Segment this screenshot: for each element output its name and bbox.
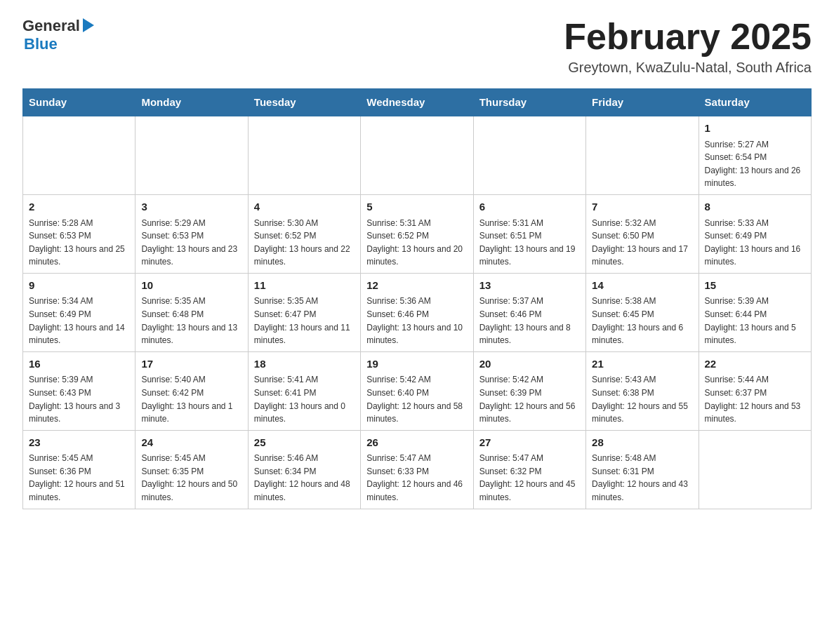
calendar-header: SundayMondayTuesdayWednesdayThursdayFrid…	[23, 89, 812, 116]
page-title: February 2025	[564, 17, 812, 57]
page-header: General Blue February 2025 Greytown, Kwa…	[22, 17, 812, 76]
calendar-week-row: 23Sunrise: 5:45 AMSunset: 6:36 PMDayligh…	[23, 430, 812, 509]
day-info: Sunrise: 5:40 AMSunset: 6:42 PMDaylight:…	[141, 373, 241, 425]
calendar-day-cell	[699, 430, 811, 509]
calendar-day-cell: 8Sunrise: 5:33 AMSunset: 6:49 PMDaylight…	[699, 195, 811, 274]
calendar-day-cell	[248, 116, 360, 194]
day-number: 11	[254, 278, 355, 294]
day-info: Sunrise: 5:34 AMSunset: 6:49 PMDaylight:…	[29, 295, 129, 347]
calendar-day-cell: 12Sunrise: 5:36 AMSunset: 6:46 PMDayligh…	[361, 273, 473, 351]
day-info: Sunrise: 5:32 AMSunset: 6:50 PMDaylight:…	[592, 217, 692, 269]
calendar-week-row: 16Sunrise: 5:39 AMSunset: 6:43 PMDayligh…	[23, 351, 812, 430]
day-info: Sunrise: 5:33 AMSunset: 6:49 PMDaylight:…	[705, 217, 805, 269]
day-number: 3	[141, 199, 241, 215]
title-block: February 2025 Greytown, KwaZulu-Natal, S…	[564, 17, 812, 76]
day-info: Sunrise: 5:41 AMSunset: 6:41 PMDaylight:…	[254, 373, 355, 425]
calendar-week-row: 9Sunrise: 5:34 AMSunset: 6:49 PMDaylight…	[23, 273, 812, 351]
calendar-day-cell: 21Sunrise: 5:43 AMSunset: 6:38 PMDayligh…	[586, 351, 699, 430]
calendar-day-cell: 24Sunrise: 5:45 AMSunset: 6:35 PMDayligh…	[135, 430, 248, 509]
calendar-day-cell: 11Sunrise: 5:35 AMSunset: 6:47 PMDayligh…	[248, 273, 360, 351]
day-info: Sunrise: 5:31 AMSunset: 6:51 PMDaylight:…	[479, 217, 580, 269]
day-info: Sunrise: 5:46 AMSunset: 6:34 PMDaylight:…	[254, 452, 355, 504]
day-info: Sunrise: 5:31 AMSunset: 6:52 PMDaylight:…	[366, 217, 467, 269]
day-number: 26	[366, 435, 467, 451]
day-info: Sunrise: 5:36 AMSunset: 6:46 PMDaylight:…	[366, 295, 467, 347]
logo-general: General	[22, 17, 95, 35]
calendar-day-cell: 28Sunrise: 5:48 AMSunset: 6:31 PMDayligh…	[586, 430, 699, 509]
calendar-day-cell	[23, 116, 135, 194]
day-info: Sunrise: 5:29 AMSunset: 6:53 PMDaylight:…	[141, 217, 241, 269]
calendar-day-cell	[135, 116, 248, 194]
day-info: Sunrise: 5:39 AMSunset: 6:43 PMDaylight:…	[29, 373, 129, 425]
day-info: Sunrise: 5:42 AMSunset: 6:39 PMDaylight:…	[479, 373, 580, 425]
day-number: 20	[479, 356, 580, 373]
day-number: 7	[592, 199, 692, 215]
day-of-week-header: Tuesday	[248, 89, 360, 116]
day-number: 17	[141, 356, 241, 373]
day-of-week-header: Saturday	[699, 89, 811, 116]
calendar-table: SundayMondayTuesdayWednesdayThursdayFrid…	[22, 88, 812, 509]
calendar-day-cell: 16Sunrise: 5:39 AMSunset: 6:43 PMDayligh…	[23, 351, 135, 430]
calendar-day-cell	[473, 116, 585, 194]
calendar-day-cell: 4Sunrise: 5:30 AMSunset: 6:52 PMDaylight…	[248, 195, 360, 274]
calendar-day-cell	[361, 116, 473, 194]
calendar-week-row: 2Sunrise: 5:28 AMSunset: 6:53 PMDaylight…	[23, 195, 812, 274]
day-number: 2	[29, 199, 129, 215]
calendar-day-cell: 2Sunrise: 5:28 AMSunset: 6:53 PMDaylight…	[23, 195, 135, 274]
day-info: Sunrise: 5:48 AMSunset: 6:31 PMDaylight:…	[592, 452, 692, 504]
calendar-day-cell: 26Sunrise: 5:47 AMSunset: 6:33 PMDayligh…	[361, 430, 473, 509]
days-of-week-row: SundayMondayTuesdayWednesdayThursdayFrid…	[23, 89, 812, 116]
day-number: 21	[592, 356, 692, 373]
day-info: Sunrise: 5:38 AMSunset: 6:45 PMDaylight:…	[592, 295, 692, 347]
calendar-day-cell: 22Sunrise: 5:44 AMSunset: 6:37 PMDayligh…	[699, 351, 811, 430]
day-info: Sunrise: 5:47 AMSunset: 6:33 PMDaylight:…	[366, 452, 467, 504]
calendar-body: 1Sunrise: 5:27 AMSunset: 6:54 PMDaylight…	[23, 116, 812, 509]
calendar-day-cell: 7Sunrise: 5:32 AMSunset: 6:50 PMDaylight…	[586, 195, 699, 274]
day-of-week-header: Monday	[135, 89, 248, 116]
day-number: 28	[592, 435, 692, 451]
day-info: Sunrise: 5:27 AMSunset: 6:54 PMDaylight:…	[705, 138, 805, 190]
calendar-day-cell: 13Sunrise: 5:37 AMSunset: 6:46 PMDayligh…	[473, 273, 585, 351]
day-number: 8	[705, 199, 805, 215]
day-info: Sunrise: 5:28 AMSunset: 6:53 PMDaylight:…	[29, 217, 129, 269]
day-number: 19	[366, 356, 467, 373]
calendar-day-cell: 23Sunrise: 5:45 AMSunset: 6:36 PMDayligh…	[23, 430, 135, 509]
day-info: Sunrise: 5:45 AMSunset: 6:36 PMDaylight:…	[29, 452, 129, 504]
day-number: 9	[29, 278, 129, 294]
day-number: 23	[29, 435, 129, 451]
day-number: 24	[141, 435, 241, 451]
calendar-week-row: 1Sunrise: 5:27 AMSunset: 6:54 PMDaylight…	[23, 116, 812, 194]
calendar-day-cell: 1Sunrise: 5:27 AMSunset: 6:54 PMDaylight…	[699, 116, 811, 194]
day-info: Sunrise: 5:45 AMSunset: 6:35 PMDaylight:…	[141, 452, 241, 504]
day-of-week-header: Wednesday	[361, 89, 473, 116]
logo-blue: Blue	[24, 35, 58, 53]
day-of-week-header: Sunday	[23, 89, 135, 116]
calendar-day-cell: 18Sunrise: 5:41 AMSunset: 6:41 PMDayligh…	[248, 351, 360, 430]
calendar-day-cell: 15Sunrise: 5:39 AMSunset: 6:44 PMDayligh…	[699, 273, 811, 351]
day-number: 4	[254, 199, 355, 215]
day-number: 1	[705, 121, 805, 137]
day-number: 5	[366, 199, 467, 215]
day-number: 18	[254, 356, 355, 373]
day-number: 6	[479, 199, 580, 215]
day-number: 16	[29, 356, 129, 373]
day-number: 13	[479, 278, 580, 294]
calendar-day-cell: 17Sunrise: 5:40 AMSunset: 6:42 PMDayligh…	[135, 351, 248, 430]
day-number: 12	[366, 278, 467, 294]
calendar-day-cell: 27Sunrise: 5:47 AMSunset: 6:32 PMDayligh…	[473, 430, 585, 509]
day-of-week-header: Thursday	[473, 89, 585, 116]
calendar-day-cell: 5Sunrise: 5:31 AMSunset: 6:52 PMDaylight…	[361, 195, 473, 274]
day-number: 10	[141, 278, 241, 294]
day-number: 15	[705, 278, 805, 294]
day-info: Sunrise: 5:47 AMSunset: 6:32 PMDaylight:…	[479, 452, 580, 504]
calendar-day-cell: 19Sunrise: 5:42 AMSunset: 6:40 PMDayligh…	[361, 351, 473, 430]
calendar-day-cell: 6Sunrise: 5:31 AMSunset: 6:51 PMDaylight…	[473, 195, 585, 274]
day-number: 27	[479, 435, 580, 451]
calendar-day-cell: 9Sunrise: 5:34 AMSunset: 6:49 PMDaylight…	[23, 273, 135, 351]
calendar-day-cell	[586, 116, 699, 194]
day-info: Sunrise: 5:35 AMSunset: 6:48 PMDaylight:…	[141, 295, 241, 347]
calendar-day-cell: 3Sunrise: 5:29 AMSunset: 6:53 PMDaylight…	[135, 195, 248, 274]
logo: General Blue	[22, 17, 95, 53]
day-number: 22	[705, 356, 805, 373]
day-info: Sunrise: 5:39 AMSunset: 6:44 PMDaylight:…	[705, 295, 805, 347]
